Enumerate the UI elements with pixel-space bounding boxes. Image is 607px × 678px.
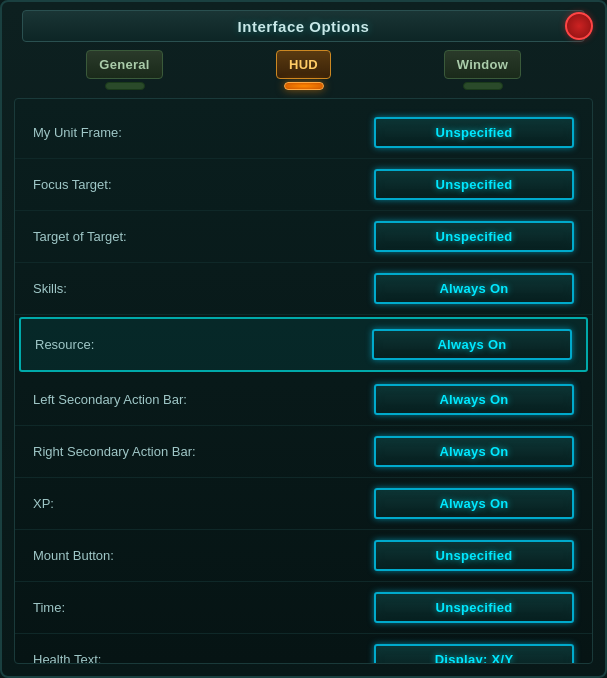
- option-row-time: Time:Unspecified: [15, 582, 592, 634]
- option-btn-skills[interactable]: Always On: [374, 273, 574, 304]
- tab-indicator-window: [463, 82, 503, 90]
- close-button[interactable]: [565, 12, 593, 40]
- tab-hud[interactable]: HUD: [276, 50, 331, 79]
- option-btn-my-unit-frame[interactable]: Unspecified: [374, 117, 574, 148]
- option-row-focus-target: Focus Target:Unspecified: [15, 159, 592, 211]
- option-btn-health-text[interactable]: Display: X/Y: [374, 644, 574, 664]
- title-bar: Interface Options: [2, 2, 605, 50]
- option-label-resource: Resource:: [35, 337, 372, 352]
- option-label-focus-target: Focus Target:: [33, 177, 374, 192]
- option-btn-right-secondary-action-bar[interactable]: Always On: [374, 436, 574, 467]
- option-row-my-unit-frame: My Unit Frame:Unspecified: [15, 107, 592, 159]
- tab-window[interactable]: Window: [444, 50, 522, 79]
- tab-wrapper-hud: HUD: [216, 50, 391, 90]
- option-row-right-secondary-action-bar: Right Secondary Action Bar:Always On: [15, 426, 592, 478]
- option-btn-focus-target[interactable]: Unspecified: [374, 169, 574, 200]
- option-label-health-text: Health Text:: [33, 652, 374, 664]
- tab-wrapper-general: General: [37, 50, 212, 90]
- tab-indicator-hud: [284, 82, 324, 90]
- option-row-mount-button: Mount Button:Unspecified: [15, 530, 592, 582]
- option-label-skills: Skills:: [33, 281, 374, 296]
- option-label-target-of-target: Target of Target:: [33, 229, 374, 244]
- option-row-xp: XP:Always On: [15, 478, 592, 530]
- tab-indicator-general: [105, 82, 145, 90]
- option-label-time: Time:: [33, 600, 374, 615]
- option-label-mount-button: Mount Button:: [33, 548, 374, 563]
- option-btn-target-of-target[interactable]: Unspecified: [374, 221, 574, 252]
- tab-general[interactable]: General: [86, 50, 163, 79]
- option-label-right-secondary-action-bar: Right Secondary Action Bar:: [33, 444, 374, 459]
- tabs-row: General HUD Window: [2, 50, 605, 94]
- option-btn-mount-button[interactable]: Unspecified: [374, 540, 574, 571]
- option-label-xp: XP:: [33, 496, 374, 511]
- option-btn-resource[interactable]: Always On: [372, 329, 572, 360]
- option-label-left-secondary-action-bar: Left Secondary Action Bar:: [33, 392, 374, 407]
- window-title: Interface Options: [238, 18, 370, 35]
- interface-options-window: Interface Options General HUD Window My …: [0, 0, 607, 678]
- option-row-left-secondary-action-bar: Left Secondary Action Bar:Always On: [15, 374, 592, 426]
- option-btn-left-secondary-action-bar[interactable]: Always On: [374, 384, 574, 415]
- option-row-health-text: Health Text:Display: X/Y: [15, 634, 592, 664]
- option-label-my-unit-frame: My Unit Frame:: [33, 125, 374, 140]
- tab-wrapper-window: Window: [395, 50, 570, 90]
- option-btn-time[interactable]: Unspecified: [374, 592, 574, 623]
- content-area: My Unit Frame:UnspecifiedFocus Target:Un…: [14, 98, 593, 664]
- option-row-target-of-target: Target of Target:Unspecified: [15, 211, 592, 263]
- option-row-skills: Skills:Always On: [15, 263, 592, 315]
- option-btn-xp[interactable]: Always On: [374, 488, 574, 519]
- option-row-resource: Resource:Always On: [19, 317, 588, 372]
